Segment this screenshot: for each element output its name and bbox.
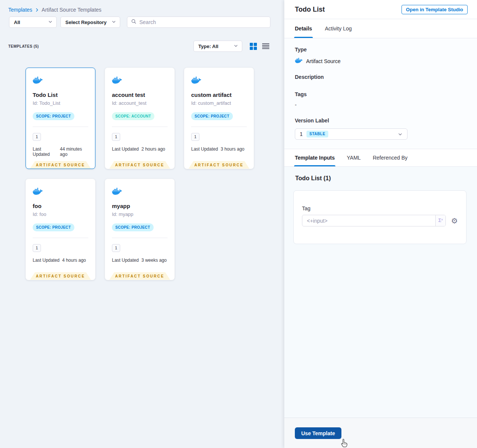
card-divider: [191, 127, 247, 127]
list-header: TEMPLATES (5) Type: All: [0, 28, 284, 52]
type-label: Type: [295, 47, 466, 53]
docker-icon: [112, 190, 122, 196]
card-title: Todo List: [33, 92, 88, 98]
chevron-right-icon: [35, 8, 39, 12]
grid-view-icon[interactable]: [250, 43, 257, 50]
panel-title: Todo List: [295, 6, 402, 14]
version-count-badge: 1: [191, 133, 199, 141]
docker-icon: [295, 57, 303, 65]
version-value: 1: [300, 131, 303, 137]
card-id: Id: Todo_List: [33, 100, 88, 106]
last-updated: Last Updated 3 weeks ago: [112, 258, 168, 263]
card-divider: [33, 238, 88, 238]
template-card-custom-artifact[interactable]: custom artifact Id: custom_artifact SCOP…: [184, 68, 254, 169]
gear-icon[interactable]: ⚙: [451, 217, 458, 225]
tab-yaml[interactable]: YAML: [347, 149, 361, 166]
chevron-down-icon: [234, 44, 238, 49]
inner-tabs: Template Inputs YAML Referenced By: [284, 149, 477, 167]
card-title: foo: [33, 203, 88, 209]
version-label: Version Label: [295, 118, 466, 124]
card-title: custom artifact: [191, 92, 247, 98]
description-label: Description: [295, 74, 466, 80]
version-label-dropdown[interactable]: 1 STABLE: [295, 128, 408, 140]
template-type-ribbon: ARTIFACT SOURCE: [109, 161, 170, 169]
card-id: Id: custom_artifact: [191, 100, 247, 106]
version-count-badge: 1: [33, 244, 41, 252]
card-divider: [33, 127, 88, 127]
stable-badge: STABLE: [306, 131, 328, 137]
last-updated-value: 3 hours ago: [220, 146, 244, 152]
template-card-foo[interactable]: foo Id: foo SCOPE: PROJECT 1 Last Update…: [26, 179, 95, 280]
list-view-icon[interactable]: [262, 43, 269, 49]
inputs-heading: Todo List (1): [293, 175, 468, 182]
breadcrumb-current: Artifact Source Templates: [42, 7, 101, 13]
docker-icon: [33, 79, 43, 85]
card-id: Id: foo: [33, 211, 88, 217]
tags-label: Tags: [295, 91, 466, 97]
filter-row: All Select Repository: [0, 13, 284, 28]
card-id: Id: myapp: [112, 211, 168, 217]
template-type-ribbon: ARTIFACT SOURCE: [30, 161, 91, 169]
scope-badge: SCOPE: PROJECT: [112, 223, 154, 231]
template-card-myapp[interactable]: myapp Id: myapp SCOPE: PROJECT 1 Last Up…: [105, 179, 175, 280]
panel-header: Todo List Open in Template Studio: [284, 0, 477, 19]
last-updated: Last Updated 4 hours ago: [33, 258, 88, 263]
repository-filter-value: Select Repository: [65, 20, 107, 25]
last-updated-label: Last Updated: [112, 146, 139, 152]
template-card-account-test[interactable]: account test Id: account_test SCOPE: ACC…: [105, 68, 175, 169]
template-details-panel: Todo List Open in Template Studio Detail…: [284, 0, 477, 448]
tag-input[interactable]: [302, 215, 435, 226]
template-cards-grid: Todo List Id: Todo_List SCOPE: PROJECT 1…: [26, 68, 264, 280]
templates-list-panel: Templates Artifact Source Templates All …: [0, 0, 284, 448]
runtime-input-sigma-button[interactable]: Σx: [435, 215, 445, 226]
tag-input-group: Σx: [302, 215, 446, 226]
search-input[interactable]: [139, 19, 266, 25]
last-updated: Last Updated 2 hours ago: [112, 146, 168, 152]
tags-value: -: [295, 102, 466, 108]
repository-filter-dropdown[interactable]: Select Repository: [60, 17, 120, 28]
docker-icon: [33, 190, 43, 196]
type-filter-value: Type: All: [198, 44, 218, 49]
use-template-button[interactable]: Use Template: [295, 427, 341, 439]
search-box[interactable]: [127, 17, 270, 28]
template-type-ribbon: ARTIFACT SOURCE: [30, 272, 91, 280]
type-filter-dropdown[interactable]: Type: All: [193, 41, 242, 52]
panel-tabs: Details Activity Log: [284, 19, 477, 38]
open-in-template-studio-button[interactable]: Open in Template Studio: [402, 5, 468, 14]
card-id: Id: account_test: [112, 100, 168, 106]
template-type-ribbon: ARTIFACT SOURCE: [109, 272, 170, 280]
template-type-ribbon: ARTIFACT SOURCE: [189, 161, 249, 169]
breadcrumb-templates-link[interactable]: Templates: [8, 7, 32, 13]
last-updated-value: 44 minutes ago: [60, 146, 88, 157]
view-toggle: [250, 43, 269, 50]
last-updated-label: Last Updated: [112, 258, 139, 263]
tag-label: Tag: [302, 205, 458, 211]
template-card-todo-list[interactable]: Todo List Id: Todo_List SCOPE: PROJECT 1…: [26, 68, 95, 169]
inputs-card: Tag Σx ⚙: [293, 190, 466, 244]
scope-badge: SCOPE: PROJECT: [33, 112, 74, 120]
chevron-down-icon: [398, 132, 403, 137]
templates-count-label: TEMPLATES (5): [8, 44, 39, 48]
last-updated-label: Last Updated: [33, 258, 59, 263]
docker-icon: [191, 79, 201, 85]
tab-details[interactable]: Details: [295, 19, 312, 38]
tab-referenced-by[interactable]: Referenced By: [373, 149, 408, 166]
search-icon: [131, 19, 136, 26]
scope-badge: SCOPE: PROJECT: [191, 112, 233, 120]
scope-badge: SCOPE: PROJECT: [33, 223, 74, 231]
scope-filter-dropdown[interactable]: All: [9, 17, 57, 28]
card-divider: [112, 238, 168, 238]
version-count-badge: 1: [33, 133, 41, 141]
last-updated-label: Last Updated: [191, 146, 218, 152]
sigma-sup: x: [441, 218, 443, 221]
tab-activity-log[interactable]: Activity Log: [325, 19, 352, 38]
version-count-badge: 1: [112, 244, 120, 252]
card-title: myapp: [112, 203, 168, 209]
type-value: Artifact Source: [306, 58, 341, 64]
breadcrumb: Templates Artifact Source Templates: [0, 0, 284, 13]
card-title: account test: [112, 92, 168, 98]
tab-template-inputs[interactable]: Template Inputs: [295, 149, 335, 166]
sigma-icon: Σ: [438, 217, 441, 223]
chevron-down-icon: [112, 20, 116, 25]
last-updated-value: 3 weeks ago: [141, 258, 166, 263]
